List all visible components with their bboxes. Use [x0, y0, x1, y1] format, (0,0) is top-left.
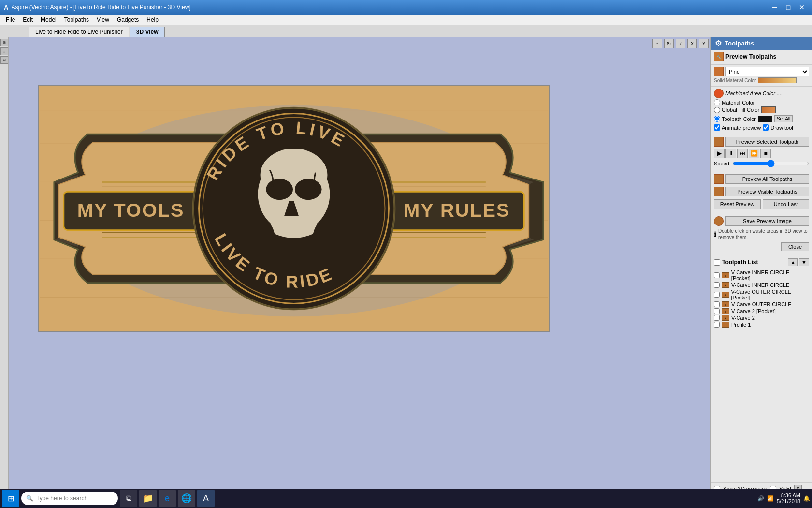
toolpath-color-input[interactable] — [714, 116, 720, 122]
toolpath-list-select-all[interactable] — [714, 259, 720, 266]
menu-edit[interactable]: Edit — [19, 15, 37, 24]
tp-check-4[interactable] — [714, 308, 720, 314]
tp-check-1[interactable] — [714, 282, 720, 288]
toolpath-item-1[interactable]: v V-Carve INNER CIRCLE — [714, 282, 809, 288]
menu-toolpaths[interactable]: Toolpaths — [60, 15, 93, 24]
app-icon: A — [4, 4, 8, 11]
toolpath-color-radio[interactable]: Toolpath Color — [714, 116, 756, 122]
tab-3dview[interactable]: 3D View — [130, 27, 165, 37]
hint-icon: ℹ — [714, 230, 716, 238]
fast-forward-button[interactable]: ⏩ — [749, 149, 759, 158]
material-color-row: Material Color — [714, 99, 809, 105]
menu-gadgets[interactable]: Gadgets — [113, 15, 143, 24]
preview-all-button[interactable]: Preview All Toolpaths — [725, 174, 809, 184]
svg-text:MY TOOLS: MY TOOLS — [77, 199, 185, 221]
vp-btn-x[interactable]: X — [687, 39, 697, 48]
speed-slider[interactable] — [733, 160, 809, 167]
tp-check-2[interactable] — [714, 292, 720, 298]
skip-forward-button[interactable]: ⏭ — [737, 149, 748, 158]
animate-preview-row: Animate preview Draw tool — [714, 124, 809, 131]
notification-icon[interactable]: 🔔 — [803, 495, 810, 502]
clock-time: 8:36 AM — [781, 493, 800, 498]
material-row: Pine Oak Walnut — [714, 67, 809, 76]
tp-check-5[interactable] — [714, 315, 720, 321]
titlebar-controls: ─ □ ✕ — [768, 2, 808, 12]
toolpath-item-4[interactable]: v V-Carve 2 [Pocket] — [714, 308, 809, 314]
material-dropdown[interactable]: Pine Oak Walnut — [725, 67, 809, 76]
tool-btn-3[interactable]: ⊡ — [0, 56, 8, 64]
menubar: File Edit Model Toolpaths View Gadgets H… — [0, 15, 812, 25]
close-button[interactable]: ✕ — [796, 2, 808, 12]
toolpath-item-6[interactable]: P Profile 1 — [714, 321, 809, 328]
titlebar: A Aspire (Vectric Aspire) - [Live to Rid… — [0, 0, 812, 15]
minimize-button[interactable]: ─ — [768, 2, 781, 12]
vp-btn-y[interactable]: Y — [699, 39, 709, 48]
clock-date: 5/21/2018 — [777, 498, 800, 504]
toolpath-item-0[interactable]: v V-Carve INNER CIRCLE [Pocket] — [714, 269, 809, 282]
preview-selected-row: Preview Selected Toolpath — [714, 136, 809, 148]
reset-preview-button[interactable]: Reset Preview — [714, 199, 761, 209]
tool-btn-1[interactable]: ⊞ — [0, 39, 8, 46]
global-fill-color-input[interactable] — [714, 107, 720, 113]
pause-button[interactable]: ⏸ — [725, 149, 736, 158]
preview-visible-button[interactable]: Preview Visible Toolpaths — [725, 187, 809, 196]
menu-file[interactable]: File — [2, 15, 19, 24]
tp-icon-1: v — [722, 282, 729, 288]
close-row: Close — [714, 241, 809, 252]
preview-toolpaths-row: 🔧 Preview Toolpaths — [714, 52, 809, 61]
tab-design[interactable]: Live to Ride Ride to Live Punisher — [29, 27, 129, 37]
global-fill-color-radio[interactable]: Global Fill Color — [714, 107, 759, 113]
menu-view[interactable]: View — [93, 15, 113, 24]
tp-check-3[interactable] — [714, 301, 720, 307]
search-icon: 🔍 — [26, 495, 33, 502]
tp-check-6[interactable] — [714, 322, 720, 328]
tp-icon-4: v — [722, 308, 729, 314]
edge-button[interactable]: e — [159, 490, 176, 507]
menu-model[interactable]: Model — [37, 15, 60, 24]
tp-check-0[interactable] — [714, 272, 720, 278]
taskbar: ⊞ 🔍 ⧉ 📁 e 🌐 A 🔊 📶 8:36 AM 5/21/2018 🔔 — [0, 489, 812, 508]
viewport-3d[interactable]: ⌂ ↻ Z X Y — [9, 37, 710, 494]
search-input[interactable] — [36, 495, 109, 502]
draw-tool-checkbox[interactable] — [763, 124, 769, 131]
material-color-radio[interactable]: Material Color — [714, 99, 754, 105]
start-button[interactable]: ⊞ — [2, 490, 19, 507]
task-view-button[interactable]: ⧉ — [120, 490, 137, 507]
taskbar-left: ⊞ 🔍 ⧉ 📁 e 🌐 A — [2, 490, 215, 507]
chrome-button[interactable]: 🌐 — [178, 490, 195, 507]
panel-header: ⚙ Toolpaths — [711, 37, 812, 50]
global-fill-color-swatch — [761, 106, 776, 113]
toolpath-item-5[interactable]: v V-Carve 2 — [714, 314, 809, 321]
menu-help[interactable]: Help — [143, 15, 162, 24]
panel-title: Toolpaths — [725, 40, 754, 47]
animate-preview-checkbox-label[interactable]: Animate preview — [714, 124, 761, 131]
toolpath-item-3[interactable]: v V-Carve OUTER CIRCLE — [714, 301, 809, 308]
vp-btn-z[interactable]: Z — [676, 39, 685, 48]
material-color-input[interactable] — [714, 99, 720, 105]
reset-undo-row: Reset Preview Undo Last — [714, 198, 809, 210]
preview-all-row: Preview All Toolpaths — [714, 173, 809, 185]
aspire-button[interactable]: A — [197, 490, 215, 507]
vp-btn-rotate[interactable]: ↻ — [664, 39, 674, 48]
maximize-button[interactable]: □ — [782, 2, 795, 12]
toolpath-item-2[interactable]: v V-Carve OUTER CIRCLE [Pocket] — [714, 288, 809, 301]
close-button[interactable]: Close — [781, 242, 809, 251]
window-title: Aspire (Vectric Aspire) - [Live to Ride … — [11, 4, 190, 11]
animate-preview-checkbox[interactable] — [714, 124, 720, 131]
play-button[interactable]: ▶ — [714, 149, 725, 158]
save-preview-image-button[interactable]: Save Preview Image — [725, 216, 809, 226]
save-preview-icon — [714, 216, 724, 226]
preview-selected-button[interactable]: Preview Selected Toolpath — [725, 137, 809, 147]
toolpath-move-up-button[interactable]: ▲ — [788, 258, 798, 266]
file-explorer-button[interactable]: 📁 — [139, 490, 157, 507]
tool-btn-2[interactable]: ↕ — [0, 47, 8, 55]
undo-last-button[interactable]: Undo Last — [763, 199, 810, 209]
set-all-button[interactable]: Set All — [774, 115, 793, 122]
search-bar: 🔍 — [21, 492, 118, 505]
solid-material-color-label: Solid Material Color — [714, 78, 756, 83]
preview-visible-icon — [714, 187, 724, 196]
toolpath-move-down-button[interactable]: ▼ — [799, 258, 809, 266]
stop-button[interactable]: ■ — [760, 149, 771, 158]
vp-btn-home[interactable]: ⌂ — [652, 39, 662, 48]
draw-tool-checkbox-label[interactable]: Draw tool — [763, 124, 793, 131]
